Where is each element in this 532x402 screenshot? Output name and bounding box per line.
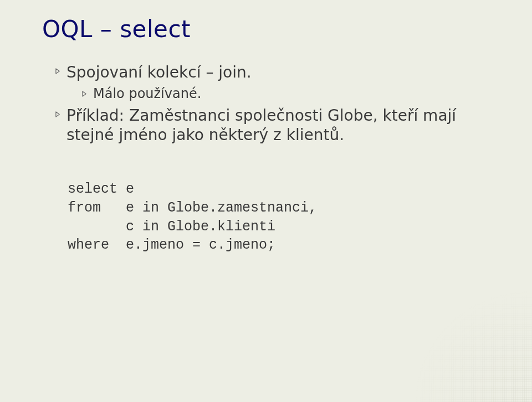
bullet-text: Málo používané. bbox=[93, 85, 201, 102]
code-line: c in Globe.klienti bbox=[68, 219, 275, 235]
slide-title: OQL – select bbox=[42, 16, 490, 43]
slide: OQL – select Spojovaní kolekcí – join. M… bbox=[0, 0, 532, 402]
bullet-subitem: Málo používané. bbox=[82, 85, 490, 102]
bullet-arrow-icon bbox=[82, 85, 93, 102]
bullet-text: Spojovaní kolekcí – join. bbox=[66, 63, 252, 82]
code-line: from e in Globe.zamestnanci, bbox=[68, 200, 317, 216]
code-block: select e from e in Globe.zamestnanci, c … bbox=[68, 180, 490, 255]
bullet-arrow-icon bbox=[55, 106, 66, 122]
bullet-item: Spojovaní kolekcí – join. bbox=[55, 63, 490, 82]
bullet-item: Příklad: Zaměstnanci společnosti Globe, … bbox=[55, 106, 490, 145]
code-line: where e.jmeno = c.jmeno; bbox=[68, 237, 275, 253]
bullet-arrow-icon bbox=[55, 63, 66, 79]
code-line: select e bbox=[68, 181, 134, 197]
corner-texture bbox=[416, 291, 532, 402]
bullet-text: Příklad: Zaměstnanci společnosti Globe, … bbox=[66, 106, 490, 145]
